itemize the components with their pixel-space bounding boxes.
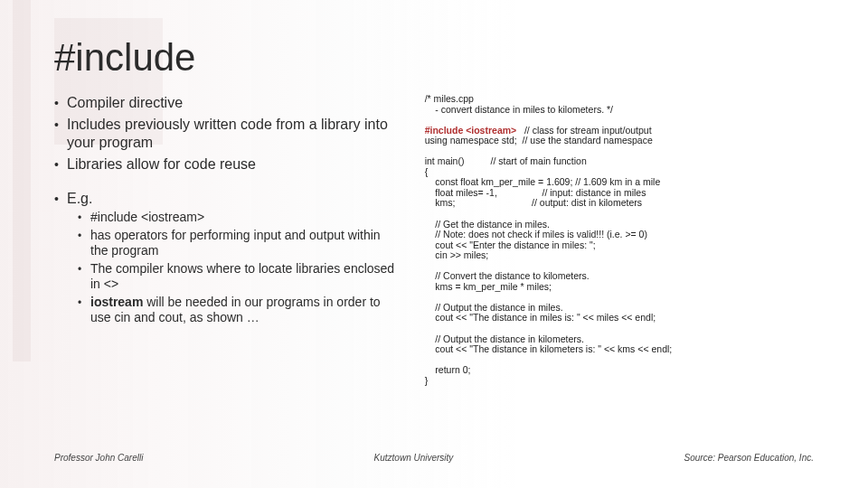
list-item: Includes previously written code from a …: [54, 116, 400, 152]
slide: #include Compiler directive Includes pre…: [0, 0, 868, 488]
code-block: /* miles.cpp - convert distance in miles…: [425, 94, 814, 447]
bullet-text: The compiler knows where to locate libra…: [90, 261, 400, 293]
footer: Professor John Carelli Kutztown Universi…: [54, 447, 814, 463]
footer-center: Kutztown University: [374, 453, 454, 463]
bullet-text: Includes previously written code from a …: [67, 116, 400, 152]
list-item: The compiler knows where to locate libra…: [78, 261, 400, 293]
bullet-text: #include <iostream>: [90, 210, 204, 226]
footer-right: Source: Pearson Education, Inc.: [684, 453, 814, 463]
slide-title: #include: [54, 36, 814, 80]
sub-bullet-list: #include <iostream> has operators for pe…: [78, 210, 400, 326]
slide-body: Compiler directive Includes previously w…: [54, 94, 814, 447]
bullet-text: Compiler directive: [67, 94, 183, 112]
list-item: #include <iostream>: [78, 210, 400, 226]
bullet-list: Compiler directive Includes previously w…: [54, 94, 400, 174]
bullet-text: Libraries allow for code reuse: [67, 155, 256, 174]
list-item: iostream will be needed in our programs …: [78, 295, 400, 326]
list-item: Libraries allow for code reuse: [54, 155, 400, 174]
list-item: E.g.: [54, 190, 400, 208]
highlighted-include: #include <iostream>: [425, 125, 517, 136]
list-item: has operators for performing input and o…: [78, 228, 400, 259]
eg-label: E.g.: [67, 191, 92, 206]
example-block: E.g. #include <iostream> has operators f…: [54, 190, 400, 326]
bullet-text: has operators for performing input and o…: [90, 228, 400, 259]
bullet-text: iostream will be needed in our programs …: [90, 295, 400, 326]
list-item: Compiler directive: [54, 94, 400, 112]
left-column: Compiler directive Includes previously w…: [54, 94, 400, 447]
footer-left: Professor John Carelli: [54, 453, 143, 463]
